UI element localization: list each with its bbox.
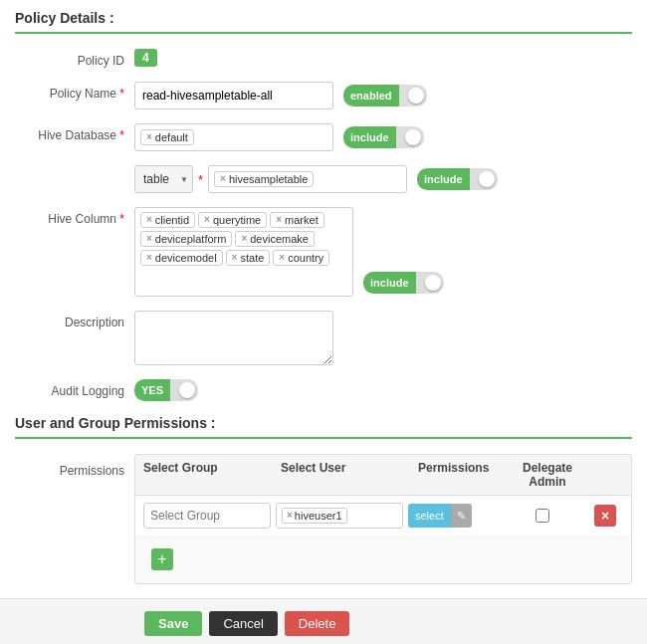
audit-logging-yes-label: YES <box>134 379 170 401</box>
delete-row-icon: × <box>601 509 609 523</box>
description-control <box>134 311 632 365</box>
hive-database-label: Hive Database * <box>15 123 134 142</box>
column-tag-devicemake: × devicemake <box>235 231 315 247</box>
audit-logging-switch[interactable] <box>170 379 198 401</box>
permissions-row: Permissions Select Group Select User Per… <box>15 454 632 584</box>
policy-id-label: Policy ID <box>15 49 134 68</box>
table-include-label: include <box>417 168 470 190</box>
column-tag-market: × market <box>270 212 324 228</box>
column-include-switch[interactable] <box>416 272 444 294</box>
hive-column-label: Hive Column * <box>15 207 134 226</box>
hive-column-control: × clientid × querytime × market × device… <box>134 207 632 297</box>
column-tag-devicemodel: × devicemodel <box>140 250 223 266</box>
permissions-table-row: × hiveuser1 select ✎ <box>135 496 631 536</box>
database-include-circle <box>405 129 421 145</box>
table-type-select-wrap: table <box>134 165 193 193</box>
policy-name-input[interactable] <box>134 82 333 109</box>
hive-table-row: table * × hivesampletable include <box>15 165 632 193</box>
hive-database-tag: × default <box>140 129 194 145</box>
hive-database-tag-input[interactable]: × default <box>134 123 333 151</box>
column-include-circle <box>425 275 441 291</box>
delete-button[interactable]: Delete <box>285 611 350 636</box>
pencil-icon: ✎ <box>457 510 466 523</box>
table-include-toggle[interactable]: include <box>417 168 498 190</box>
hive-table-tag: × hivesampletable <box>214 171 314 187</box>
hive-column-required: * <box>119 212 124 226</box>
audit-logging-label: Audit Logging <box>15 379 134 398</box>
cancel-button[interactable]: Cancel <box>209 611 277 636</box>
save-button[interactable]: Save <box>144 611 202 636</box>
col-group-header: Select Group <box>143 461 281 489</box>
hive-table-tag-remove[interactable]: × <box>220 174 226 184</box>
permissions-title: User and Group Permissions : <box>15 415 632 439</box>
column-include-toggle[interactable]: include <box>363 272 444 294</box>
hive-database-control: × default include <box>134 123 632 151</box>
table-include-switch[interactable] <box>470 168 498 190</box>
add-row-button[interactable]: + <box>151 548 173 570</box>
column-include-label: include <box>363 272 416 294</box>
hive-database-tag-value: default <box>155 131 188 143</box>
select-permissions-button[interactable]: select <box>408 504 451 528</box>
hive-table-label <box>15 165 134 184</box>
delete-row-cell: × <box>587 505 623 527</box>
edit-permissions-button[interactable]: ✎ <box>451 504 472 528</box>
description-input[interactable] <box>134 311 333 365</box>
user-select-cell: × hiveuser1 <box>276 503 403 529</box>
user-tag-remove[interactable]: × <box>287 511 293 521</box>
enabled-toggle[interactable]: enabled <box>343 85 427 107</box>
database-include-label: include <box>343 126 396 148</box>
col-user-header: Select User <box>281 461 418 489</box>
description-row: Description <box>15 311 632 365</box>
user-tag-box[interactable]: × hiveuser1 <box>276 503 403 529</box>
add-row-wrap: + <box>135 536 631 583</box>
hive-table-tag-input[interactable]: × hivesampletable <box>208 165 407 193</box>
policy-name-control: enabled <box>134 82 632 109</box>
column-tag-state: × state <box>226 250 271 266</box>
hive-database-row: Hive Database * × default include <box>15 123 632 151</box>
audit-logging-circle <box>179 382 195 398</box>
enabled-toggle-switch[interactable] <box>399 85 427 107</box>
column-tag-clientid: × clientid <box>140 212 195 228</box>
hive-database-required: * <box>119 128 124 142</box>
group-select-cell <box>143 503 271 529</box>
enabled-toggle-label: enabled <box>343 85 399 107</box>
hive-table-tag-value: hivesampletable <box>229 173 309 185</box>
policy-details-section: Policy Details : Policy ID 4 Policy Name… <box>15 10 632 401</box>
policy-name-required: * <box>119 87 124 101</box>
permissions-btn-cell: select ✎ <box>408 504 498 528</box>
delegate-cell <box>503 509 582 523</box>
hive-database-tag-remove[interactable]: × <box>146 132 152 142</box>
user-tag-value: hiveuser1 <box>295 510 342 522</box>
policy-details-title: Policy Details : <box>15 10 632 34</box>
hive-column-tag-input[interactable]: × clientid × querytime × market × device… <box>134 207 353 297</box>
column-tag-country: × country <box>273 250 329 266</box>
policy-id-row: Policy ID 4 <box>15 49 632 68</box>
permissions-label: Permissions <box>15 454 134 478</box>
database-include-toggle[interactable]: include <box>343 126 424 148</box>
enabled-toggle-circle <box>408 88 424 104</box>
table-include-circle <box>479 171 495 187</box>
column-tag-deviceplatform: × deviceplatform <box>140 231 232 247</box>
permissions-table-wrap: Select Group Select User Permissions Del… <box>134 454 632 584</box>
description-label: Description <box>15 311 134 329</box>
col-delegate-header: DelegateAdmin <box>508 461 587 489</box>
group-select-input[interactable] <box>143 503 271 529</box>
audit-logging-control: YES <box>134 379 632 401</box>
permissions-btn-group: select ✎ <box>408 504 498 528</box>
permissions-section: User and Group Permissions : Permissions… <box>15 415 632 584</box>
permissions-table-header: Select Group Select User Permissions Del… <box>135 455 631 496</box>
hive-table-control: table * × hivesampletable include <box>134 165 632 193</box>
audit-logging-row: Audit Logging YES <box>15 379 632 401</box>
policy-name-row: Policy Name * enabled <box>15 82 632 109</box>
bottom-buttons-bar: Save Cancel Delete <box>0 598 647 644</box>
delegate-admin-checkbox[interactable] <box>536 509 549 523</box>
policy-name-label: Policy Name * <box>15 82 134 101</box>
delete-row-button[interactable]: × <box>594 505 616 527</box>
table-type-select[interactable]: table <box>134 165 193 193</box>
database-include-switch[interactable] <box>396 126 424 148</box>
audit-logging-toggle[interactable]: YES <box>134 379 198 401</box>
col-permissions-header: Permissions <box>418 461 508 489</box>
hive-column-row: Hive Column * × clientid × querytime × m… <box>15 207 632 297</box>
policy-id-value-wrap: 4 <box>134 49 632 67</box>
table-required: * <box>198 172 203 187</box>
